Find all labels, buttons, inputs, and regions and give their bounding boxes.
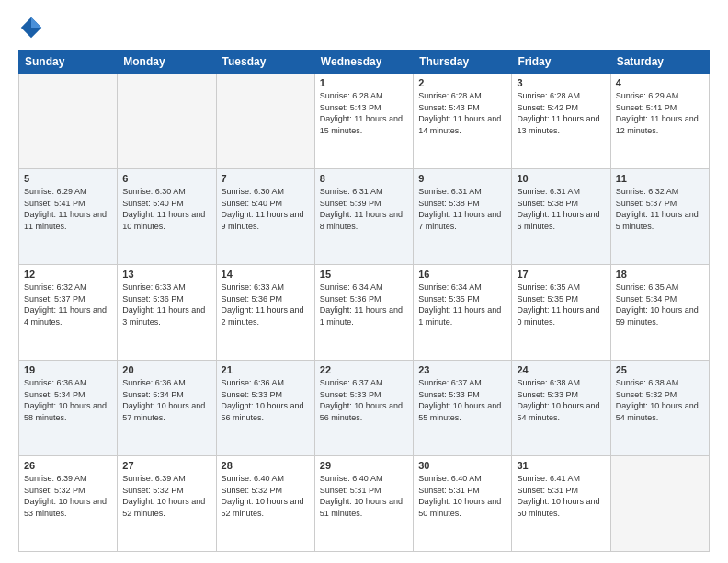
day-info: Sunrise: 6:32 AM Sunset: 5:37 PM Dayligh… bbox=[616, 186, 704, 232]
calendar-cell: 10Sunrise: 6:31 AM Sunset: 5:38 PM Dayli… bbox=[512, 169, 610, 265]
calendar-cell bbox=[610, 456, 709, 552]
day-number: 27 bbox=[122, 460, 210, 471]
day-info: Sunrise: 6:29 AM Sunset: 5:41 PM Dayligh… bbox=[616, 90, 704, 136]
day-number: 6 bbox=[122, 173, 210, 184]
calendar-cell bbox=[118, 74, 216, 169]
calendar-week-5: 26Sunrise: 6:39 AM Sunset: 5:32 PM Dayli… bbox=[19, 456, 710, 552]
day-info: Sunrise: 6:36 AM Sunset: 5:33 PM Dayligh… bbox=[222, 377, 310, 423]
calendar-cell: 20Sunrise: 6:36 AM Sunset: 5:34 PM Dayli… bbox=[118, 361, 216, 456]
header bbox=[18, 15, 710, 40]
calendar-cell: 19Sunrise: 6:36 AM Sunset: 5:34 PM Dayli… bbox=[19, 361, 118, 456]
day-info: Sunrise: 6:39 AM Sunset: 5:32 PM Dayligh… bbox=[24, 473, 112, 519]
calendar-week-2: 5Sunrise: 6:29 AM Sunset: 5:41 PM Daylig… bbox=[19, 169, 710, 265]
day-info: Sunrise: 6:40 AM Sunset: 5:32 PM Dayligh… bbox=[222, 473, 310, 519]
day-number: 3 bbox=[517, 77, 605, 88]
day-number: 15 bbox=[320, 269, 408, 280]
page: SundayMondayTuesdayWednesdayThursdayFrid… bbox=[0, 0, 728, 563]
day-info: Sunrise: 6:31 AM Sunset: 5:39 PM Dayligh… bbox=[320, 186, 408, 232]
calendar-cell: 28Sunrise: 6:40 AM Sunset: 5:32 PM Dayli… bbox=[216, 456, 314, 552]
svg-marker-1 bbox=[31, 17, 41, 28]
day-number: 16 bbox=[418, 269, 506, 280]
day-info: Sunrise: 6:41 AM Sunset: 5:31 PM Dayligh… bbox=[517, 473, 605, 519]
calendar-cell: 6Sunrise: 6:30 AM Sunset: 5:40 PM Daylig… bbox=[118, 169, 216, 265]
day-number: 24 bbox=[517, 364, 605, 375]
calendar-cell: 8Sunrise: 6:31 AM Sunset: 5:39 PM Daylig… bbox=[314, 169, 413, 265]
day-number: 22 bbox=[320, 364, 408, 375]
calendar-table: SundayMondayTuesdayWednesdayThursdayFrid… bbox=[18, 50, 710, 552]
day-info: Sunrise: 6:30 AM Sunset: 5:40 PM Dayligh… bbox=[122, 186, 210, 232]
calendar-cell: 29Sunrise: 6:40 AM Sunset: 5:31 PM Dayli… bbox=[314, 456, 413, 552]
calendar-cell: 5Sunrise: 6:29 AM Sunset: 5:41 PM Daylig… bbox=[19, 169, 118, 265]
calendar-header-sunday: Sunday bbox=[19, 51, 118, 74]
calendar-cell: 27Sunrise: 6:39 AM Sunset: 5:32 PM Dayli… bbox=[118, 456, 216, 552]
day-number: 19 bbox=[24, 364, 112, 375]
day-info: Sunrise: 6:28 AM Sunset: 5:42 PM Dayligh… bbox=[517, 90, 605, 136]
calendar-header-wednesday: Wednesday bbox=[314, 51, 413, 74]
calendar-cell: 12Sunrise: 6:32 AM Sunset: 5:37 PM Dayli… bbox=[19, 265, 118, 361]
day-number: 13 bbox=[122, 269, 210, 280]
day-number: 10 bbox=[517, 173, 605, 184]
day-number: 21 bbox=[222, 364, 310, 375]
calendar-cell: 11Sunrise: 6:32 AM Sunset: 5:37 PM Dayli… bbox=[610, 169, 709, 265]
day-number: 29 bbox=[320, 460, 408, 471]
day-number: 17 bbox=[517, 269, 605, 280]
calendar-header-tuesday: Tuesday bbox=[216, 51, 314, 74]
calendar-header-friday: Friday bbox=[512, 51, 610, 74]
day-number: 20 bbox=[122, 364, 210, 375]
day-info: Sunrise: 6:34 AM Sunset: 5:36 PM Dayligh… bbox=[320, 282, 408, 327]
day-number: 18 bbox=[616, 269, 704, 280]
day-info: Sunrise: 6:31 AM Sunset: 5:38 PM Dayligh… bbox=[418, 186, 506, 232]
calendar-header-row: SundayMondayTuesdayWednesdayThursdayFrid… bbox=[19, 51, 710, 74]
calendar-cell: 14Sunrise: 6:33 AM Sunset: 5:36 PM Dayli… bbox=[216, 265, 314, 361]
day-info: Sunrise: 6:37 AM Sunset: 5:33 PM Dayligh… bbox=[418, 377, 506, 423]
calendar-cell: 4Sunrise: 6:29 AM Sunset: 5:41 PM Daylig… bbox=[610, 74, 709, 169]
day-number: 11 bbox=[616, 173, 704, 184]
calendar-cell: 16Sunrise: 6:34 AM Sunset: 5:35 PM Dayli… bbox=[414, 265, 512, 361]
calendar-week-1: 1Sunrise: 6:28 AM Sunset: 5:43 PM Daylig… bbox=[19, 74, 710, 169]
calendar-cell: 23Sunrise: 6:37 AM Sunset: 5:33 PM Dayli… bbox=[414, 361, 512, 456]
calendar-cell bbox=[19, 74, 118, 169]
calendar-week-4: 19Sunrise: 6:36 AM Sunset: 5:34 PM Dayli… bbox=[19, 361, 710, 456]
calendar-cell: 3Sunrise: 6:28 AM Sunset: 5:42 PM Daylig… bbox=[512, 74, 610, 169]
calendar-body: 1Sunrise: 6:28 AM Sunset: 5:43 PM Daylig… bbox=[19, 74, 710, 552]
calendar-cell: 25Sunrise: 6:38 AM Sunset: 5:32 PM Dayli… bbox=[610, 361, 709, 456]
day-info: Sunrise: 6:38 AM Sunset: 5:32 PM Dayligh… bbox=[616, 377, 704, 423]
day-number: 1 bbox=[320, 77, 408, 88]
calendar-cell: 26Sunrise: 6:39 AM Sunset: 5:32 PM Dayli… bbox=[19, 456, 118, 552]
day-info: Sunrise: 6:35 AM Sunset: 5:35 PM Dayligh… bbox=[517, 282, 605, 327]
day-info: Sunrise: 6:29 AM Sunset: 5:41 PM Dayligh… bbox=[24, 186, 112, 232]
day-number: 4 bbox=[616, 77, 704, 88]
calendar-cell: 2Sunrise: 6:28 AM Sunset: 5:43 PM Daylig… bbox=[414, 74, 512, 169]
calendar-cell bbox=[216, 74, 314, 169]
calendar-header-monday: Monday bbox=[118, 51, 216, 74]
calendar-week-3: 12Sunrise: 6:32 AM Sunset: 5:37 PM Dayli… bbox=[19, 265, 710, 361]
day-number: 2 bbox=[418, 77, 506, 88]
day-info: Sunrise: 6:38 AM Sunset: 5:33 PM Dayligh… bbox=[517, 377, 605, 423]
day-info: Sunrise: 6:33 AM Sunset: 5:36 PM Dayligh… bbox=[222, 282, 310, 327]
calendar-header-saturday: Saturday bbox=[610, 51, 709, 74]
calendar-cell: 22Sunrise: 6:37 AM Sunset: 5:33 PM Dayli… bbox=[314, 361, 413, 456]
day-number: 5 bbox=[24, 173, 112, 184]
day-info: Sunrise: 6:33 AM Sunset: 5:36 PM Dayligh… bbox=[122, 282, 210, 327]
day-info: Sunrise: 6:32 AM Sunset: 5:37 PM Dayligh… bbox=[24, 282, 112, 327]
calendar-cell: 9Sunrise: 6:31 AM Sunset: 5:38 PM Daylig… bbox=[414, 169, 512, 265]
day-number: 9 bbox=[418, 173, 506, 184]
day-number: 26 bbox=[24, 460, 112, 471]
day-info: Sunrise: 6:35 AM Sunset: 5:34 PM Dayligh… bbox=[616, 282, 704, 327]
calendar-cell: 1Sunrise: 6:28 AM Sunset: 5:43 PM Daylig… bbox=[314, 74, 413, 169]
calendar-cell: 17Sunrise: 6:35 AM Sunset: 5:35 PM Dayli… bbox=[512, 265, 610, 361]
calendar-cell: 13Sunrise: 6:33 AM Sunset: 5:36 PM Dayli… bbox=[118, 265, 216, 361]
day-info: Sunrise: 6:30 AM Sunset: 5:40 PM Dayligh… bbox=[222, 186, 310, 232]
day-number: 25 bbox=[616, 364, 704, 375]
day-number: 31 bbox=[517, 460, 605, 471]
day-info: Sunrise: 6:36 AM Sunset: 5:34 PM Dayligh… bbox=[24, 377, 112, 423]
day-info: Sunrise: 6:28 AM Sunset: 5:43 PM Dayligh… bbox=[418, 90, 506, 136]
day-number: 14 bbox=[222, 269, 310, 280]
day-info: Sunrise: 6:39 AM Sunset: 5:32 PM Dayligh… bbox=[122, 473, 210, 519]
day-info: Sunrise: 6:36 AM Sunset: 5:34 PM Dayligh… bbox=[122, 377, 210, 423]
logo-icon bbox=[18, 15, 44, 40]
day-info: Sunrise: 6:37 AM Sunset: 5:33 PM Dayligh… bbox=[320, 377, 408, 423]
calendar-cell: 24Sunrise: 6:38 AM Sunset: 5:33 PM Dayli… bbox=[512, 361, 610, 456]
calendar-cell: 15Sunrise: 6:34 AM Sunset: 5:36 PM Dayli… bbox=[314, 265, 413, 361]
calendar-cell: 30Sunrise: 6:40 AM Sunset: 5:31 PM Dayli… bbox=[414, 456, 512, 552]
